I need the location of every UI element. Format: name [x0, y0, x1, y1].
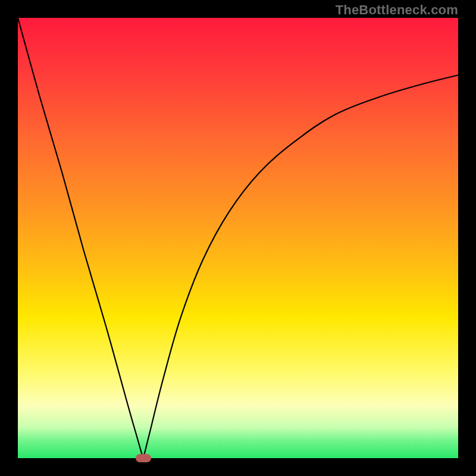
chart-frame: TheBottleneck.com — [0, 0, 476, 476]
watermark-text: TheBottleneck.com — [336, 2, 458, 18]
minimum-marker — [136, 454, 151, 462]
chart-plot-area — [18, 18, 458, 458]
bottleneck-curve — [18, 18, 458, 458]
chart-curve-svg — [18, 18, 458, 458]
